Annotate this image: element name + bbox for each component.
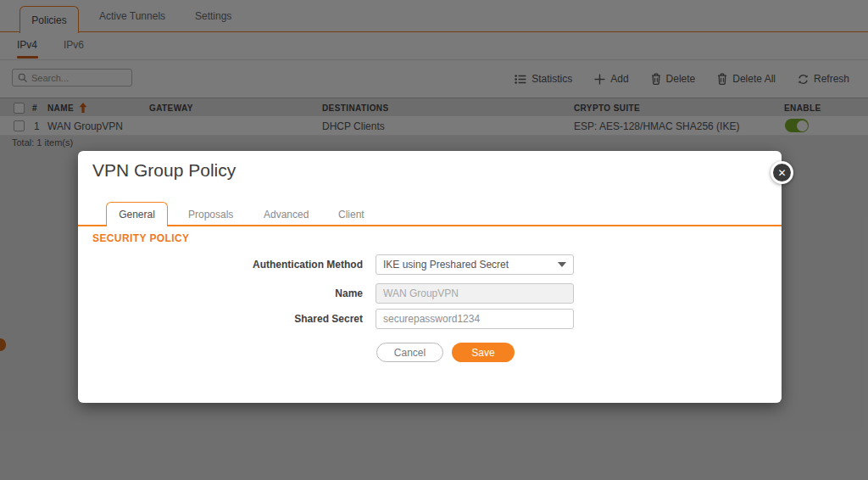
modal-title: VPN Group Policy bbox=[92, 160, 236, 181]
modal-tab-client[interactable]: Client bbox=[338, 202, 364, 226]
modal-tab-bar: General Proposals Advanced Client bbox=[78, 201, 782, 226]
close-button[interactable]: ✕ bbox=[771, 161, 793, 184]
name-label: Name bbox=[78, 283, 363, 304]
shared-secret-label: Shared Secret bbox=[78, 309, 363, 329]
modal-tab-general-label: General bbox=[119, 209, 155, 220]
vpn-group-policy-modal: VPN Group Policy ✕ General Proposals Adv… bbox=[78, 151, 782, 403]
name-field-wrap bbox=[376, 283, 574, 304]
authentication-method-select[interactable]: IKE using Preshared Secret bbox=[376, 254, 574, 275]
authentication-method-label: Authentication Method bbox=[78, 254, 363, 275]
authentication-method-value: IKE using Preshared Secret bbox=[383, 259, 509, 271]
modal-tab-advanced[interactable]: Advanced bbox=[264, 202, 309, 226]
app-root: Policies Active Tunnels Settings IPv4 IP… bbox=[0, 0, 868, 480]
close-icon: ✕ bbox=[777, 167, 786, 179]
authentication-method-row: Authentication Method IKE using Preshare… bbox=[78, 254, 782, 275]
cancel-button-label: Cancel bbox=[394, 347, 426, 359]
cancel-button[interactable]: Cancel bbox=[376, 343, 443, 362]
save-button-label: Save bbox=[471, 347, 494, 359]
modal-tab-client-label: Client bbox=[338, 209, 364, 220]
modal-tab-proposals-label: Proposals bbox=[188, 209, 233, 220]
shared-secret-field[interactable] bbox=[383, 313, 566, 325]
modal-tab-proposals[interactable]: Proposals bbox=[188, 202, 233, 226]
modal-button-row: Cancel Save bbox=[78, 343, 782, 362]
save-button[interactable]: Save bbox=[452, 343, 515, 362]
name-row: Name bbox=[78, 283, 782, 304]
security-policy-heading: SECURITY POLICY bbox=[92, 232, 189, 244]
modal-tab-advanced-label: Advanced bbox=[264, 209, 309, 220]
modal-tab-general[interactable]: General bbox=[106, 202, 168, 226]
name-field bbox=[383, 287, 566, 299]
chevron-down-icon bbox=[558, 262, 566, 267]
shared-secret-field-wrap bbox=[376, 309, 574, 329]
shared-secret-row: Shared Secret bbox=[78, 309, 782, 329]
